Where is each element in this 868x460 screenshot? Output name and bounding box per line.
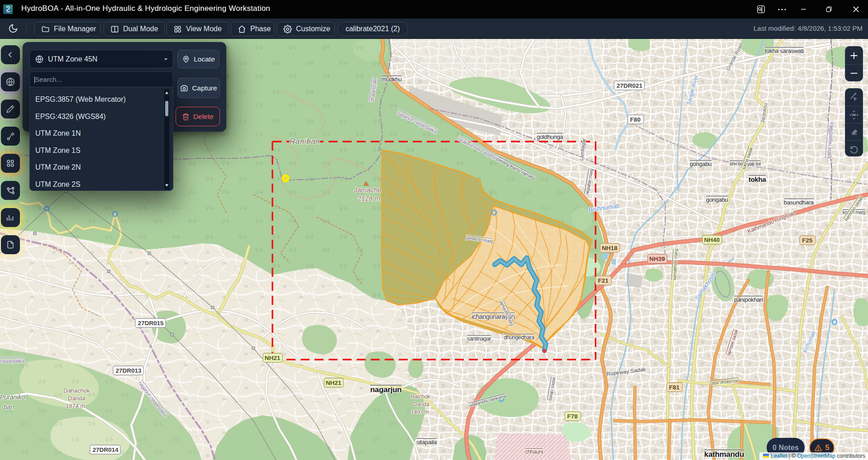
- svg-text:NH40: NH40: [704, 237, 720, 243]
- svg-text:F78: F78: [567, 413, 578, 420]
- svg-text:F81: F81: [669, 384, 680, 391]
- svg-text:27DR015: 27DR015: [138, 320, 164, 327]
- svg-text:27DR021: 27DR021: [616, 82, 643, 89]
- svg-text:NH18: NH18: [602, 245, 618, 251]
- svg-text:NH39: NH39: [649, 256, 665, 262]
- svg-text:NH21: NH21: [265, 355, 281, 361]
- svg-text:F80: F80: [630, 116, 640, 123]
- svg-text:F25: F25: [802, 237, 813, 244]
- svg-text:F21: F21: [598, 277, 609, 284]
- svg-text:27DR014: 27DR014: [92, 446, 119, 453]
- svg-text:NH21: NH21: [326, 379, 342, 386]
- svg-text:27DR013: 27DR013: [115, 367, 142, 374]
